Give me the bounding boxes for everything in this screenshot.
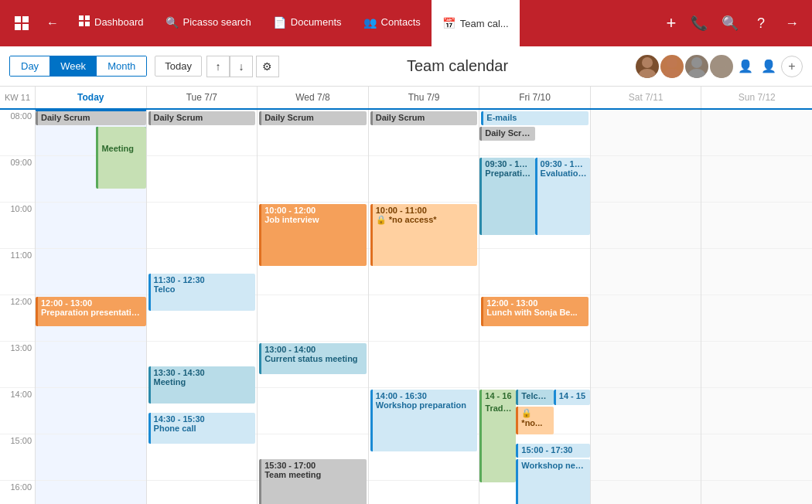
- event-emails-fri[interactable]: E-mails: [481, 111, 589, 125]
- search-button[interactable]: 🔍: [716, 9, 744, 37]
- contacts-icon: 👥: [363, 16, 377, 29]
- nav-item-contacts[interactable]: 👥 Contacts: [353, 0, 432, 46]
- day-view-button[interactable]: Day: [10, 56, 49, 76]
- event-noaccess-thu[interactable]: 10:00 - 11:00 🔒 *no access*: [370, 204, 478, 266]
- signout-button[interactable]: →: [778, 9, 806, 37]
- person-icon: 👤: [735, 56, 756, 77]
- week-navigation: ↑ ↓: [206, 56, 253, 77]
- nav-item-search[interactable]: 🔍 Picasso search: [155, 0, 262, 46]
- back-button[interactable]: ←: [40, 11, 65, 36]
- day-header-thu: Thu 7/9: [369, 87, 480, 108]
- event-tradefair-fri[interactable]: 14 - 16 Trade fair pre­para­tion: [479, 390, 516, 482]
- event-noaccess-fri-1[interactable]: 🔒 *no...: [516, 407, 553, 434]
- week-view-button[interactable]: Week: [49, 56, 97, 76]
- add-person-button[interactable]: +: [781, 56, 803, 77]
- time-12: 12:00: [0, 295, 35, 342]
- day-col-today: Daily Scrum 09:00 - 1... Meeting 12:00 -…: [36, 110, 147, 504]
- avatar-4[interactable]: [710, 55, 733, 78]
- event-daily-scrum-tue[interactable]: Daily Scrum: [148, 111, 256, 125]
- day-col-sat: [591, 110, 702, 504]
- day-col-tue: Daily Scrum 11:30 - 12:30 Telco 13:30 - …: [147, 110, 258, 504]
- time-09: 09:00: [0, 156, 35, 203]
- home-button[interactable]: [6, 8, 37, 39]
- day-header-sun: Sun 7/12: [701, 87, 812, 108]
- avatar-2[interactable]: [660, 55, 684, 78]
- event-1415-fri[interactable]: 14 - 15: [554, 390, 590, 405]
- person-icon-2: 👤: [758, 56, 780, 77]
- day-columns: Daily Scrum 09:00 - 1... Meeting 12:00 -…: [36, 110, 812, 504]
- nav-right-buttons: 📞 🔍 ? →: [685, 9, 806, 37]
- event-meeting-today[interactable]: Meeting: [96, 127, 145, 189]
- event-jobinterview-wed[interactable]: 10:00 - 12:00 Job interview: [259, 204, 367, 266]
- today-button[interactable]: Today: [155, 56, 202, 77]
- day-header-fri: Fri 7/10: [479, 87, 591, 108]
- phone-button[interactable]: 📞: [685, 9, 713, 37]
- event-daily-scrum-fri[interactable]: Daily Scrum: [479, 127, 534, 141]
- svg-point-13: [688, 69, 705, 78]
- time-14: 14:00: [0, 388, 35, 434]
- time-15: 15:00: [0, 434, 35, 481]
- prev-week-button[interactable]: ↑: [206, 56, 230, 77]
- svg-rect-0: [15, 16, 21, 22]
- svg-rect-2: [15, 24, 21, 30]
- svg-point-11: [664, 69, 681, 78]
- event-workshop-new-fri[interactable]: Workshop new company website: [516, 459, 590, 504]
- view-buttons: Day Week Month: [9, 56, 147, 77]
- month-view-button[interactable]: Month: [97, 56, 146, 76]
- nav-label-dashboard: Dashboard: [94, 16, 144, 28]
- event-daily-scrum-thu[interactable]: Daily Scrum: [370, 111, 478, 125]
- time-08: 08:00: [0, 110, 35, 156]
- event-workshop-new-fri-time[interactable]: 15:00 - 17:30: [516, 444, 590, 458]
- event-prep-sales-fri[interactable]: 09:30 - 12:00 Preparation Sales presenta…: [479, 158, 534, 235]
- svg-rect-1: [22, 16, 29, 22]
- time-16: 16:00: [0, 481, 35, 504]
- calendar-scroll-body[interactable]: 08:00 09:00 10:00 11:00 12:00 13:00 14:0…: [0, 110, 812, 504]
- next-week-button[interactable]: ↓: [230, 56, 253, 77]
- day-header-tue: Tue 7/7: [147, 87, 258, 108]
- event-eval-mailing-fri[interactable]: 09:30 - 11:30 Evaluation of mailing camp…: [535, 158, 590, 235]
- nav-items: Dashboard 🔍 Picasso search 📄 Documents 👥…: [68, 0, 657, 46]
- calendar-header: KW 11 Today Tue 7/7 Wed 7/8 Thu 7/9 Fri …: [0, 87, 812, 110]
- svg-point-15: [713, 69, 730, 78]
- nav-item-calendar[interactable]: 📅 Team cal...: [432, 0, 520, 46]
- dashboard-icon: [79, 15, 90, 29]
- nav-label-documents: Documents: [291, 16, 342, 28]
- help-button[interactable]: ?: [747, 9, 775, 37]
- day-header-today: Today: [36, 87, 147, 108]
- event-daily-scrum-wed[interactable]: Daily Scrum: [259, 111, 367, 125]
- event-lunch-fri[interactable]: 12:00 - 13:00 Lunch with Sonja Be...: [481, 297, 589, 326]
- svg-point-12: [691, 57, 702, 68]
- event-meeting-tue-2[interactable]: 13:30 - 14:30 Meeting: [148, 366, 256, 404]
- day-col-thu: Daily Scrum 10:00 - 11:00 🔒 *no access* …: [369, 110, 480, 504]
- svg-rect-4: [79, 15, 84, 20]
- svg-rect-7: [85, 22, 90, 26]
- add-tab-button[interactable]: +: [657, 9, 685, 37]
- svg-point-8: [642, 57, 653, 68]
- event-teammeeting-wed[interactable]: 15:30 - 17:00 Team meeting: [259, 459, 367, 504]
- time-column: 08:00 09:00 10:00 11:00 12:00 13:00 14:0…: [0, 110, 36, 504]
- avatar-1[interactable]: [636, 55, 659, 78]
- kw-header: KW 11: [0, 87, 36, 108]
- event-statusmeeting-wed[interactable]: 13:00 - 14:00 Current status meeting: [259, 343, 367, 374]
- event-1200-today[interactable]: 12:00 - 13:00 Preparation presentation f…: [36, 297, 146, 326]
- nav-label-calendar: Team cal...: [460, 18, 509, 29]
- avatar-3[interactable]: [685, 55, 708, 78]
- event-telco-tue[interactable]: 11:30 - 12:30 Telco: [148, 274, 256, 311]
- svg-point-10: [667, 57, 677, 68]
- calendar-icon: 📅: [442, 17, 455, 29]
- calendar-title: Team calendar: [279, 57, 636, 75]
- nav-item-documents[interactable]: 📄 Documents: [262, 0, 353, 46]
- event-workshop-thu[interactable]: 14:00 - 16:30 Workshop preparation: [370, 390, 478, 451]
- event-telco-fri[interactable]: Telco:...: [516, 390, 553, 405]
- svg-rect-6: [79, 22, 84, 26]
- event-daily-scrum-today[interactable]: Daily Scrum: [36, 111, 146, 125]
- svg-point-14: [716, 57, 727, 68]
- time-13: 13:00: [0, 342, 35, 388]
- filter-button[interactable]: ⚙: [256, 56, 279, 77]
- day-header-sat: Sat 7/11: [591, 87, 702, 108]
- time-10: 10:00: [0, 203, 35, 249]
- time-11: 11:00: [0, 249, 35, 295]
- calendar-people: 👤 👤 +: [636, 55, 803, 78]
- nav-item-dashboard[interactable]: Dashboard: [68, 0, 155, 46]
- event-phonecall-tue[interactable]: 14:30 - 15:30 Phone call: [148, 413, 256, 444]
